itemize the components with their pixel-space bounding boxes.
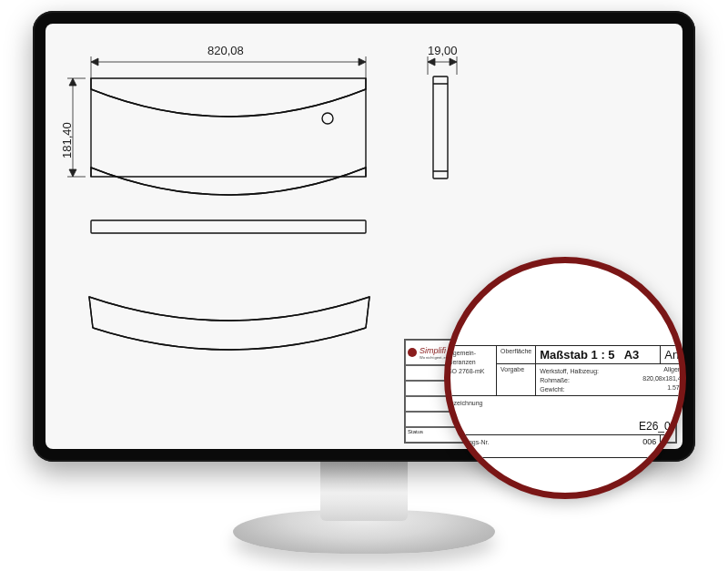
rohmasse-value: 820,08x181,4x19 — [642, 375, 686, 382]
partno-value: E26_0_UK — [446, 420, 686, 433]
tolerances-value: ISO 2768-mK — [446, 368, 484, 374]
svg-rect-15 — [433, 76, 448, 178]
svg-marker-9 — [69, 169, 76, 177]
format-value: A3 — [624, 348, 640, 362]
svg-marker-3 — [91, 58, 98, 66]
dim-height-label: 181,40 — [60, 122, 74, 158]
svg-marker-4 — [359, 58, 366, 66]
svg-line-22 — [89, 297, 93, 328]
zeichnungsnr-value: 006 — [642, 437, 656, 446]
svg-marker-13 — [428, 58, 435, 66]
logo-mark-icon — [408, 348, 417, 357]
anza-label: Anza — [661, 346, 686, 364]
svg-line-23 — [366, 297, 369, 328]
gewicht-value: 1.578 kg — [667, 384, 686, 391]
gewicht-label: Gewicht: — [540, 386, 564, 393]
oberflaeche-label: Oberfläche — [497, 346, 536, 364]
svg-point-20 — [322, 113, 333, 124]
magnifier-lens: Allgemein- toleranzen ISO 2768-mK Oberfl… — [444, 257, 686, 499]
logo-text: Simplifi — [420, 346, 446, 355]
werkstoff-value: Allgemein — [663, 366, 686, 372]
svg-marker-8 — [69, 78, 76, 86]
dim-width-label: 820,08 — [207, 44, 244, 57]
massstab-value: Maßstab 1 : 5 — [540, 348, 614, 362]
bezeichnung-label: Bezeichnung — [446, 400, 482, 406]
rohmasse-label: Rohmaße: — [540, 377, 570, 383]
werkstoff-label: Werkstoff, Halbzeug: — [540, 368, 599, 374]
tolerances-label: Allgemein- toleranzen — [446, 350, 476, 365]
magnifier-content: Allgemein- toleranzen ISO 2768-mK Oberfl… — [444, 345, 686, 458]
monitor-neck — [320, 457, 408, 521]
svg-marker-14 — [450, 58, 457, 66]
svg-rect-21 — [91, 220, 366, 233]
dim-thickness-label: 19,00 — [428, 44, 458, 57]
vorgabe-label: Vorgabe — [497, 364, 536, 396]
